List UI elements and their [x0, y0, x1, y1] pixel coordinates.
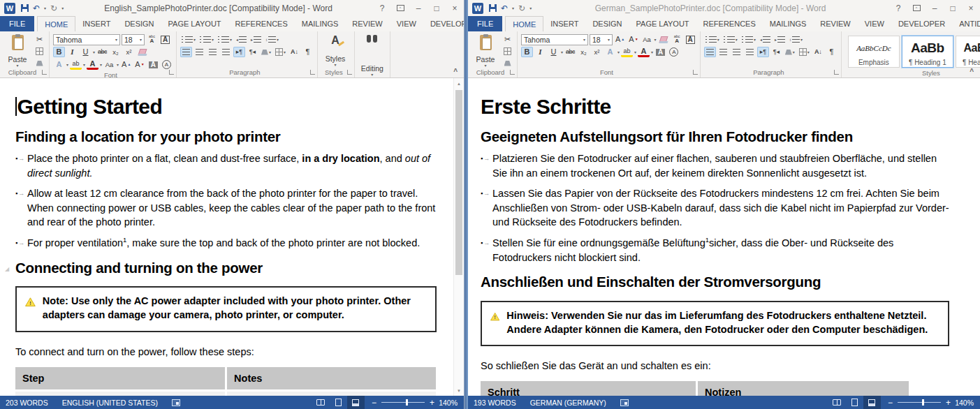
save-icon[interactable]	[489, 4, 497, 12]
tab-home[interactable]: HOME	[505, 16, 543, 31]
scrollbar-thumb[interactable]	[455, 90, 462, 275]
change-case-dropdown-icon[interactable]: ▾	[654, 38, 657, 42]
tab-review[interactable]: REVIEW	[813, 16, 857, 31]
character-shading-button[interactable]: A	[654, 47, 666, 57]
save-icon[interactable]	[21, 4, 29, 12]
undo-dropdown-icon[interactable]: ▾	[512, 6, 514, 10]
underline-button[interactable]: U	[548, 47, 560, 57]
editing-button[interactable]: Editing▾	[358, 34, 386, 77]
align-center-button[interactable]	[717, 47, 729, 57]
word-count[interactable]: 193 WORDS	[474, 399, 530, 407]
font-size-select[interactable]: 18▾	[122, 34, 145, 45]
repeat-button[interactable]: ↻	[50, 4, 57, 13]
highlight-dropdown-icon[interactable]: ▾	[83, 63, 85, 67]
show-formatting-marks-button[interactable]: ¶	[302, 47, 314, 57]
tab-insert[interactable]: INSERT	[543, 16, 585, 31]
tab-file[interactable]: FILE	[0, 16, 34, 31]
clipboard-dialog-launcher[interactable]	[42, 70, 47, 75]
collapse-ribbon-button[interactable]: ^	[970, 68, 974, 75]
superscript-button[interactable]: x²	[123, 47, 135, 57]
format-painter-button[interactable]	[34, 58, 45, 68]
web-layout-button[interactable]	[863, 396, 881, 409]
tab-developer[interactable]: DEVELOPER	[891, 16, 952, 31]
read-mode-button[interactable]	[828, 396, 846, 409]
shading-button[interactable]: ▾	[260, 47, 272, 57]
left-to-right-button[interactable]: ▸¶	[233, 47, 245, 57]
multilevel-list-button[interactable]: ▾	[217, 34, 233, 45]
word-app-icon[interactable]: W	[472, 3, 483, 14]
language-indicator[interactable]: GERMAN (GERMANY)	[530, 399, 620, 407]
undo-button[interactable]: ↶	[33, 4, 40, 13]
tab-design[interactable]: DESIGN	[117, 16, 161, 31]
decrease-indent-button[interactable]: ◂	[235, 34, 248, 45]
vertical-scrollbar[interactable]: ▲ ▼	[453, 78, 464, 396]
ribbon-display-options-button[interactable]: ^	[907, 1, 926, 16]
zoom-level[interactable]: 140%	[955, 399, 980, 407]
borders-button[interactable]: ▾	[274, 47, 287, 57]
shrink-font-button[interactable]: A▼	[627, 34, 639, 45]
underline-dropdown-icon[interactable]: ▾	[561, 50, 563, 54]
decrease-indent-button[interactable]: ◂	[759, 34, 772, 45]
paste-button[interactable]: Paste▾	[3, 34, 31, 68]
align-center-button[interactable]	[193, 47, 205, 57]
subscript-button[interactable]: x₂	[110, 47, 122, 57]
tab-home[interactable]: HOME	[37, 16, 75, 31]
highlight-dropdown-icon[interactable]: ▾	[634, 50, 636, 54]
bullet-list-button[interactable]: ▾	[180, 34, 197, 45]
font-dialog-launcher[interactable]	[693, 70, 698, 75]
zoom-slider-thumb[interactable]	[406, 399, 408, 406]
change-case-button[interactable]: Aa	[103, 59, 115, 70]
macro-record-icon[interactable]	[172, 399, 180, 406]
highlight-button[interactable]: ab	[70, 59, 82, 70]
zoom-slider-thumb[interactable]	[922, 399, 924, 406]
paragraph-dialog-launcher[interactable]	[310, 70, 315, 75]
font-color-button[interactable]: A	[87, 59, 98, 70]
font-color-button[interactable]: A	[638, 47, 650, 57]
character-shading-button[interactable]: A	[147, 59, 159, 70]
font-color-dropdown-icon[interactable]: ▾	[100, 63, 102, 67]
increase-indent-button[interactable]: ▸	[773, 34, 787, 45]
help-button[interactable]: ?	[889, 1, 907, 16]
minimize-button[interactable]: –	[409, 1, 427, 16]
right-to-left-button[interactable]: ¶◂	[247, 47, 258, 57]
subscript-button[interactable]: x₂	[578, 47, 590, 57]
document-canvas-german[interactable]: Erste Schritte Geeigneten Aufstellungsor…	[468, 78, 980, 396]
paragraph-dialog-launcher[interactable]	[834, 70, 839, 75]
style-emphasis[interactable]: AaBbCcDc Emphasis	[848, 36, 900, 68]
clear-formatting-button[interactable]	[136, 47, 148, 57]
font-name-select[interactable]: Tahoma▾	[521, 34, 588, 45]
tab-mailings[interactable]: MAILINGS	[763, 16, 814, 31]
shrink-font-button[interactable]: A▼	[133, 59, 145, 70]
customize-qat-icon[interactable]: ▾	[529, 6, 532, 10]
tab-view[interactable]: VIEW	[858, 16, 891, 31]
word-app-icon[interactable]: W	[4, 3, 15, 14]
zoom-out-button[interactable]: −	[372, 399, 376, 407]
phonetic-guide-button[interactable]: abcA	[146, 34, 158, 45]
phonetic-guide-button[interactable]: abcA	[671, 34, 683, 45]
change-case-button[interactable]: Aa	[641, 34, 653, 45]
language-indicator[interactable]: ENGLISH (UNITED STATES)	[62, 399, 172, 407]
undo-button[interactable]: ↶	[501, 4, 508, 13]
character-border-button[interactable]: A	[685, 34, 696, 45]
right-to-left-button[interactable]: ¶◂	[770, 47, 782, 57]
undo-dropdown-icon[interactable]: ▾	[44, 6, 46, 10]
styles-dialog-launcher[interactable]	[347, 70, 352, 75]
cut-button[interactable]: ✂	[502, 34, 513, 45]
justify-button[interactable]	[744, 47, 756, 57]
tab-page-layout[interactable]: PAGE LAYOUT	[161, 16, 228, 31]
minimize-button[interactable]: –	[926, 1, 944, 16]
ribbon-display-options-button[interactable]: ^	[391, 1, 409, 16]
tab-design[interactable]: DESIGN	[585, 16, 629, 31]
web-layout-button[interactable]	[347, 396, 365, 409]
enclose-characters-button[interactable]: A	[668, 47, 680, 57]
text-effects-button[interactable]: A	[604, 47, 616, 57]
style-heading-1[interactable]: AaBb ¶ Heading 1	[902, 36, 953, 68]
italic-button[interactable]: I	[66, 47, 78, 57]
change-case-dropdown-icon[interactable]: ▾	[117, 63, 119, 67]
text-effects-dropdown-icon[interactable]: ▾	[617, 50, 620, 54]
copy-button[interactable]	[34, 46, 45, 57]
tab-developer[interactable]: DEVELOPER	[423, 16, 465, 31]
document-canvas-english[interactable]: Getting Started Finding a location for y…	[0, 78, 464, 396]
zoom-in-button[interactable]: +	[430, 399, 434, 407]
font-name-select[interactable]: Tahoma▾	[53, 34, 120, 45]
